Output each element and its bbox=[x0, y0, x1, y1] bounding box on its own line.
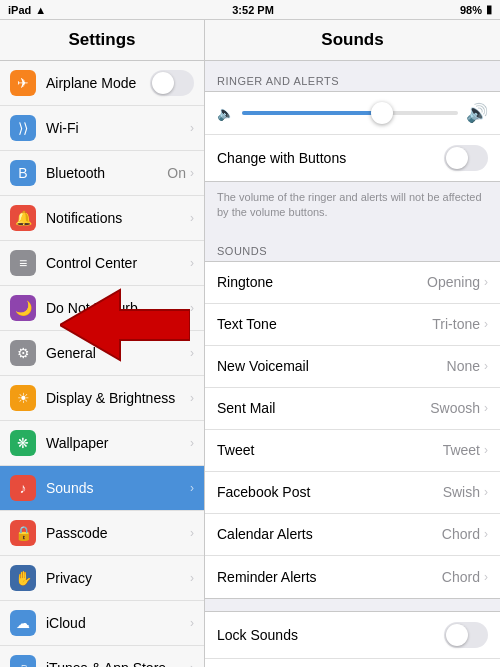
row-label: Tweet bbox=[217, 442, 443, 458]
icloud-icon: ☁ bbox=[10, 610, 36, 636]
wifi-chevron: › bbox=[190, 121, 194, 135]
control-chevron: › bbox=[190, 256, 194, 270]
sound-row-facebook-post[interactable]: Facebook PostSwish› bbox=[205, 472, 500, 514]
row-value: Chord bbox=[442, 526, 480, 542]
airplane-label: Airplane Mode bbox=[46, 75, 150, 91]
toggle-knob bbox=[446, 624, 468, 646]
volume-high-icon: 🔊 bbox=[466, 102, 488, 124]
general-chevron: › bbox=[190, 346, 194, 360]
sidebar-item-display[interactable]: ☀Display & Brightness› bbox=[0, 376, 204, 421]
sidebar-item-dnd[interactable]: 🌙Do Not Disturb› bbox=[0, 286, 204, 331]
sounds-label: Sounds bbox=[46, 480, 190, 496]
privacy-icon: ✋ bbox=[10, 565, 36, 591]
sidebar-items: ✈Airplane Mode⟩⟩Wi-Fi›BBluetoothOn›🔔Noti… bbox=[0, 61, 204, 667]
notifications-icon: 🔔 bbox=[10, 205, 36, 231]
wallpaper-chevron: › bbox=[190, 436, 194, 450]
sidebar-item-airplane[interactable]: ✈Airplane Mode bbox=[0, 61, 204, 106]
row-label: Facebook Post bbox=[217, 484, 443, 500]
bluetooth-icon: B bbox=[10, 160, 36, 186]
sidebar-item-control[interactable]: ≡Control Center› bbox=[0, 241, 204, 286]
volume-slider-thumb[interactable] bbox=[371, 102, 393, 124]
sound-row-calendar-alerts[interactable]: Calendar AlertsChord› bbox=[205, 514, 500, 556]
passcode-icon: 🔒 bbox=[10, 520, 36, 546]
sidebar-item-notifications[interactable]: 🔔Notifications› bbox=[0, 196, 204, 241]
row-label: Calendar Alerts bbox=[217, 526, 442, 542]
bottom-rows-group: Lock SoundsKeyboard Clicks bbox=[205, 611, 500, 667]
ringer-section-header: RINGER AND ALERTS bbox=[205, 61, 500, 91]
row-chevron: › bbox=[484, 570, 488, 584]
bottom-row-keyboard-clicks: Keyboard Clicks bbox=[205, 659, 500, 667]
row-label: Ringtone bbox=[217, 274, 427, 290]
row-label: Sent Mail bbox=[217, 400, 430, 416]
sidebar-item-sounds[interactable]: ♪Sounds› bbox=[0, 466, 204, 511]
volume-slider-row: 🔈 🔊 bbox=[205, 92, 500, 135]
right-panel: Sounds RINGER AND ALERTS 🔈 🔊 Change with… bbox=[205, 20, 500, 667]
volume-slider-fill bbox=[242, 111, 382, 115]
icloud-chevron: › bbox=[190, 616, 194, 630]
dnd-icon: 🌙 bbox=[10, 295, 36, 321]
row-chevron: › bbox=[484, 443, 488, 457]
general-icon: ⚙ bbox=[10, 340, 36, 366]
privacy-label: Privacy bbox=[46, 570, 190, 586]
row-value: Swoosh bbox=[430, 400, 480, 416]
change-with-buttons-row: Change with Buttons bbox=[205, 135, 500, 181]
battery-icon: ▮ bbox=[486, 3, 492, 16]
control-icon: ≡ bbox=[10, 250, 36, 276]
sound-row-reminder-alerts[interactable]: Reminder AlertsChord› bbox=[205, 556, 500, 598]
passcode-chevron: › bbox=[190, 526, 194, 540]
helper-text: The volume of the ringer and alerts will… bbox=[205, 184, 500, 231]
bottom-row-toggle[interactable] bbox=[444, 622, 488, 648]
airplane-toggle[interactable] bbox=[150, 70, 194, 96]
sound-row-sent-mail[interactable]: Sent MailSwoosh› bbox=[205, 388, 500, 430]
row-value: Chord bbox=[442, 569, 480, 585]
sidebar-item-icloud[interactable]: ☁iCloud› bbox=[0, 601, 204, 646]
change-with-buttons-label: Change with Buttons bbox=[217, 150, 444, 166]
control-label: Control Center bbox=[46, 255, 190, 271]
sound-row-tweet[interactable]: TweetTweet› bbox=[205, 430, 500, 472]
sidebar-item-itunes[interactable]: ♫iTunes & App Store› bbox=[0, 646, 204, 667]
row-label: New Voicemail bbox=[217, 358, 447, 374]
change-with-buttons-toggle[interactable] bbox=[444, 145, 488, 171]
wifi-icon: ▲ bbox=[35, 4, 46, 16]
main-container: Settings ✈Airplane Mode⟩⟩Wi-Fi›BBluetoot… bbox=[0, 20, 500, 667]
wallpaper-icon: ❋ bbox=[10, 430, 36, 456]
bluetooth-chevron: › bbox=[190, 166, 194, 180]
row-chevron: › bbox=[484, 527, 488, 541]
bluetooth-label: Bluetooth bbox=[46, 165, 167, 181]
sidebar-item-bluetooth[interactable]: BBluetoothOn› bbox=[0, 151, 204, 196]
wifi-label: Wi-Fi bbox=[46, 120, 190, 136]
sidebar-item-wallpaper[interactable]: ❋Wallpaper› bbox=[0, 421, 204, 466]
sounds-icon: ♪ bbox=[10, 475, 36, 501]
row-label: Text Tone bbox=[217, 316, 432, 332]
passcode-label: Passcode bbox=[46, 525, 190, 541]
sidebar-item-wifi[interactable]: ⟩⟩Wi-Fi› bbox=[0, 106, 204, 151]
sidebar-item-passcode[interactable]: 🔒Passcode› bbox=[0, 511, 204, 556]
sound-row-new-voicemail[interactable]: New VoicemailNone› bbox=[205, 346, 500, 388]
left-panel-wrapper: Settings ✈Airplane Mode⟩⟩Wi-Fi›BBluetoot… bbox=[0, 20, 205, 667]
volume-low-icon: 🔈 bbox=[217, 105, 234, 121]
volume-slider-track[interactable] bbox=[242, 111, 458, 115]
row-value: Tri-tone bbox=[432, 316, 480, 332]
sound-rows-group: RingtoneOpening›Text ToneTri-tone›New Vo… bbox=[205, 261, 500, 599]
status-time: 3:52 PM bbox=[232, 4, 274, 16]
sound-row-ringtone[interactable]: RingtoneOpening› bbox=[205, 262, 500, 304]
row-value: Tweet bbox=[443, 442, 480, 458]
row-chevron: › bbox=[484, 275, 488, 289]
toggle-knob bbox=[446, 147, 468, 169]
itunes-label: iTunes & App Store bbox=[46, 660, 190, 667]
display-label: Display & Brightness bbox=[46, 390, 190, 406]
row-chevron: › bbox=[484, 359, 488, 373]
sidebar: Settings ✈Airplane Mode⟩⟩Wi-Fi›BBluetoot… bbox=[0, 20, 205, 667]
general-label: General bbox=[46, 345, 190, 361]
status-left: iPad ▲ bbox=[8, 4, 46, 16]
row-chevron: › bbox=[484, 485, 488, 499]
battery-percent: 98% bbox=[460, 4, 482, 16]
row-chevron: › bbox=[484, 401, 488, 415]
sidebar-item-privacy[interactable]: ✋Privacy› bbox=[0, 556, 204, 601]
ipad-label: iPad bbox=[8, 4, 31, 16]
display-chevron: › bbox=[190, 391, 194, 405]
sidebar-item-general[interactable]: ⚙General› bbox=[0, 331, 204, 376]
notifications-chevron: › bbox=[190, 211, 194, 225]
right-panel-title: Sounds bbox=[205, 20, 500, 61]
sound-row-text-tone[interactable]: Text ToneTri-tone› bbox=[205, 304, 500, 346]
